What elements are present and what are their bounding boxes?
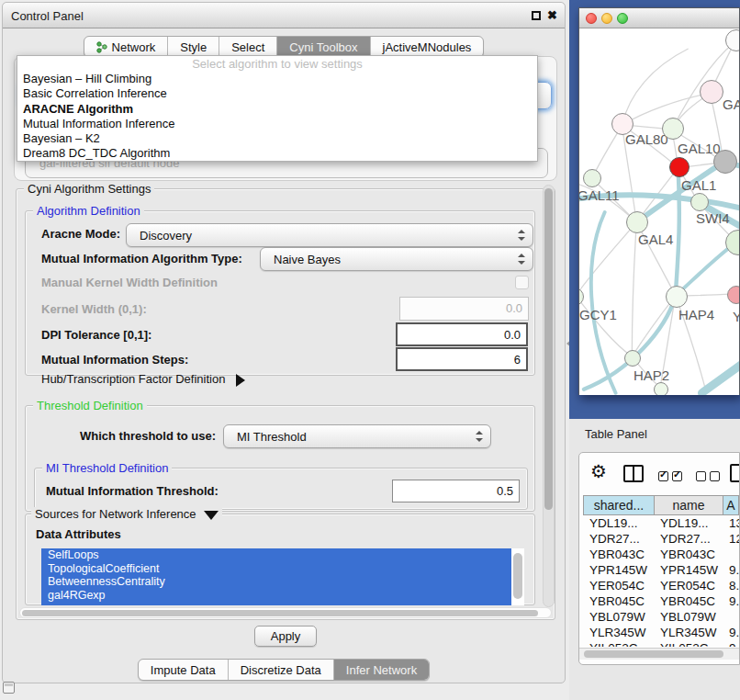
list-scrollbar-thumb[interactable] xyxy=(513,553,522,599)
node-label: GAL xyxy=(723,96,739,112)
algorithm-option[interactable]: ARACNE Algorithm xyxy=(17,102,537,117)
split-columns-icon[interactable] xyxy=(623,465,644,482)
minimize-traffic-light-icon[interactable] xyxy=(601,13,612,24)
tab-discretize-data[interactable]: Discretize Data xyxy=(229,660,334,680)
float-window-icon[interactable] xyxy=(532,11,541,20)
hub-section-toggle[interactable]: Hub/Transcription Factor Definition xyxy=(41,372,245,387)
export-table-icon[interactable] xyxy=(730,464,740,482)
apply-button[interactable]: Apply xyxy=(254,626,317,647)
data-attributes-items: SelfLoopsTopologicalCoefficientBetweenne… xyxy=(41,548,524,602)
tab-jactivemnodules[interactable]: jActiveMNodules xyxy=(371,37,484,57)
table-row[interactable]: YBL079WYBL079W xyxy=(583,609,739,625)
table-panel-area: Table Panel ⚙ shared...nameA YDL19...YDL… xyxy=(569,419,740,700)
network-node-gal10[interactable] xyxy=(662,118,684,140)
table-panel-window: ⚙ shared...nameA YDL19...YDL19...13YDR27… xyxy=(578,452,740,665)
tab-cyni-toolbox[interactable]: Cyni Toolbox xyxy=(277,37,370,57)
table-row[interactable]: YER054CYER054C8. xyxy=(583,578,739,593)
table-cell: YBR045C xyxy=(583,593,654,609)
network-canvas[interactable]: GALGAL80GAL10GAL1GAL11SWI4GAL4GCY1HAP4YH… xyxy=(579,28,739,395)
table-cell: YLR345W xyxy=(583,625,654,640)
settings-hscrollbar-thumb[interactable] xyxy=(22,610,538,616)
table-row[interactable]: YDR27...YDR27...12 xyxy=(583,531,739,547)
table-cell: YPR145W xyxy=(583,562,654,578)
attribute-list-item[interactable]: SelfLoops xyxy=(41,548,511,562)
column-header-name[interactable]: name xyxy=(655,496,723,514)
column-header-shared...[interactable]: shared... xyxy=(584,496,655,514)
close-icon[interactable]: ✖ xyxy=(547,8,557,22)
mi-threshold-group-title: MI Threshold Definition xyxy=(42,461,172,475)
table-row[interactable]: YIL052CYIL052C9 xyxy=(583,640,739,647)
tab-infer-network[interactable]: Infer Network xyxy=(334,660,429,680)
table-cell: YDL19... xyxy=(654,515,723,531)
table-hscrollbar-thumb[interactable] xyxy=(584,650,723,658)
table-row[interactable]: YDL19...YDL19...13 xyxy=(583,515,739,531)
network-node-gal11[interactable] xyxy=(583,169,601,187)
table-cell xyxy=(723,547,739,562)
select-all-columns-icon[interactable] xyxy=(658,469,686,485)
network-node[interactable] xyxy=(654,382,668,395)
attribute-list-item[interactable]: gal4RGexp xyxy=(41,589,511,603)
network-node[interactable] xyxy=(713,150,737,174)
data-attributes-list[interactable]: SelfLoopsTopologicalCoefficientBetweenne… xyxy=(41,548,524,605)
sources-group-title[interactable]: Sources for Network Inference xyxy=(31,507,222,521)
network-node-gal1[interactable] xyxy=(669,157,690,177)
tab-style[interactable]: Style xyxy=(168,37,219,57)
column-header-A[interactable]: A xyxy=(723,496,739,514)
mi-threshold-field[interactable]: 0.5 xyxy=(392,480,520,502)
close-traffic-light-icon[interactable] xyxy=(586,13,597,24)
algorithm-option[interactable]: Bayesian – K2 xyxy=(17,131,537,146)
tab-impute-data[interactable]: Impute Data xyxy=(139,660,229,680)
table-cell: 9 xyxy=(723,640,739,647)
algorithm-option[interactable]: Basic Correlation Inference xyxy=(17,86,537,101)
network-node-hap2[interactable] xyxy=(624,350,641,367)
table-row[interactable]: YLR345WYLR345W9. xyxy=(583,625,739,640)
table-cell: YER054C xyxy=(583,578,654,593)
attribute-list-item[interactable]: BetweennessCentrality xyxy=(41,575,511,589)
zoom-traffic-light-icon[interactable] xyxy=(617,13,628,24)
table-cell: YDL19... xyxy=(583,515,654,531)
network-node-swi4[interactable] xyxy=(690,193,709,211)
table-cell: YER054C xyxy=(654,578,723,593)
node-label: HAP2 xyxy=(633,367,669,383)
network-node-hap4[interactable] xyxy=(666,286,688,308)
kernel-width-field[interactable]: 0.0 xyxy=(399,297,529,321)
tab-network[interactable]: Network xyxy=(84,37,169,57)
table-cell: YPR145W xyxy=(654,562,723,578)
manual-kernel-checkbox[interactable] xyxy=(515,276,529,289)
algorithm-option[interactable]: Mutual Information Inference xyxy=(17,117,537,131)
node-label: GAL80 xyxy=(625,131,668,147)
network-node-y[interactable] xyxy=(727,286,739,304)
deselect-all-columns-icon[interactable] xyxy=(696,469,723,485)
table-row[interactable]: YBR043CYBR043C xyxy=(583,547,739,562)
attribute-list-item[interactable]: TopologicalCoefficient xyxy=(41,562,511,576)
control-panel-titlebar[interactable]: Control Panel ✖ xyxy=(3,3,565,28)
table-cell: 12 xyxy=(723,531,739,547)
table-hscrollbar[interactable] xyxy=(579,648,739,660)
table-cell: YLR345W xyxy=(654,625,723,640)
aracne-mode-combo[interactable]: Discovery xyxy=(126,223,533,247)
table-cell: YBL079W xyxy=(583,609,654,625)
stepper-icon xyxy=(476,431,482,442)
table-row[interactable]: YPR145WYPR145W9. xyxy=(583,562,739,578)
network-window-titlebar[interactable] xyxy=(579,8,739,28)
tab-select[interactable]: Select xyxy=(219,37,277,57)
node-label: GAL10 xyxy=(678,141,721,156)
table-cell: YBL079W xyxy=(654,609,723,625)
table-cell: YIL052C xyxy=(654,640,723,647)
table-cell: 9. xyxy=(723,562,739,578)
mi-steps-field[interactable]: 6 xyxy=(396,347,528,371)
settings-hscrollbar[interactable] xyxy=(19,607,552,618)
gear-icon[interactable]: ⚙ xyxy=(590,460,607,482)
node-label: Y xyxy=(733,309,739,324)
algorithm-option[interactable]: Dream8 DC_TDC Algorithm xyxy=(17,146,537,161)
settings-vscrollbar-thumb[interactable] xyxy=(544,188,553,510)
network-node-gal[interactable] xyxy=(700,80,723,104)
network-node-gal4[interactable] xyxy=(626,211,648,233)
mi-type-combo[interactable]: Naive Bayes xyxy=(260,247,533,271)
dpi-tolerance-field[interactable]: 0.0 xyxy=(396,322,528,346)
table-cell xyxy=(723,609,739,625)
which-threshold-combo[interactable]: MI Threshold xyxy=(223,424,491,448)
algorithm-option[interactable]: Bayesian – Hill Climbing xyxy=(17,72,537,86)
restore-panel-icon[interactable] xyxy=(3,682,15,694)
table-row[interactable]: YBR045CYBR045C9. xyxy=(583,593,739,609)
